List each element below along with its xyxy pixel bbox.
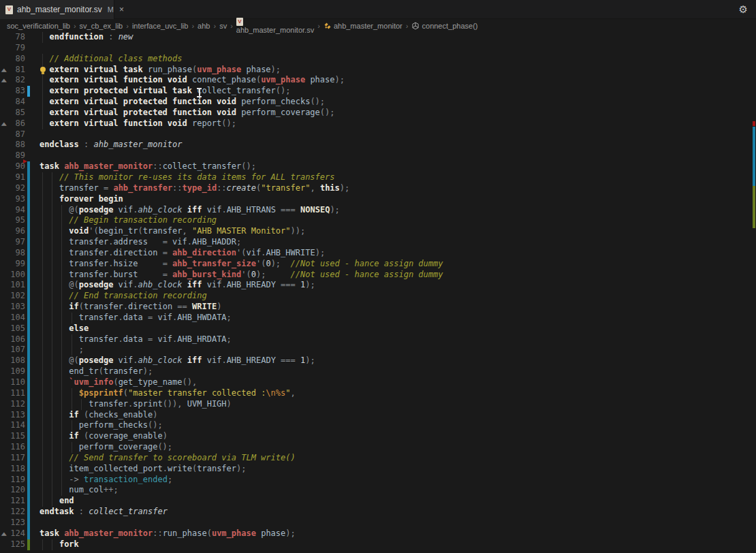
line-number[interactable]: 87 — [0, 129, 25, 140]
code-line-120[interactable]: 120 num_col++; — [0, 485, 756, 496]
code-line-104[interactable]: 104 transfer.data = vif.AHB_HWDATA; — [0, 313, 756, 323]
lightbulb-icon[interactable] — [40, 67, 46, 72]
code-line-100[interactable]: 100 transfer.burst = ahb_burst_kind'(0);… — [0, 270, 756, 281]
breadcrumb-item-interface-uvc-lib[interactable]: interface_uvc_lib — [132, 22, 189, 30]
code-line-79[interactable]: 79 — [0, 43, 756, 54]
code-line-116[interactable]: 116 perform_coverage(); — [0, 442, 756, 453]
code-line-107[interactable]: 107 ; — [0, 345, 756, 356]
code-line-114[interactable]: 114 perform_checks(); — [0, 420, 756, 431]
git-change-indicator[interactable] — [27, 86, 30, 97]
line-number[interactable]: 117 — [0, 453, 25, 464]
git-change-indicator[interactable] — [27, 215, 30, 226]
line-number[interactable]: 89 — [0, 151, 25, 161]
code-line-115[interactable]: 115 if (coverage_enable) — [0, 431, 756, 442]
git-deleted-indicator[interactable] — [23, 159, 27, 163]
git-change-indicator[interactable] — [27, 464, 30, 475]
code-line-84[interactable]: 84 extern virtual protected function voi… — [0, 97, 756, 108]
line-number[interactable]: 104 — [0, 313, 25, 323]
code-line-87[interactable]: 87 — [0, 129, 756, 140]
line-number[interactable]: 101 — [0, 280, 25, 291]
code-line-93[interactable]: 93 forever begin — [0, 194, 756, 205]
code-line-118[interactable]: 118 item_collected_port.write(transfer); — [0, 464, 756, 475]
git-change-indicator[interactable] — [27, 237, 30, 248]
code-line-83[interactable]: 83 extern protected virtual task collect… — [0, 86, 756, 97]
line-number[interactable]: 124 — [0, 528, 25, 539]
line-number[interactable]: 105 — [0, 323, 25, 334]
line-number[interactable]: 120 — [0, 485, 25, 496]
line-number[interactable]: 121 — [0, 496, 25, 507]
code-line-81[interactable]: ▲81 extern virtual task run_phase(uvm_ph… — [0, 65, 756, 76]
code-line-125[interactable]: 125 fork — [0, 539, 756, 550]
line-number[interactable]: 79 — [0, 43, 25, 54]
code-line-109[interactable]: 109 end_tr(transfer); — [0, 366, 756, 377]
line-number[interactable]: 111 — [0, 388, 25, 399]
line-number[interactable]: 123 — [0, 518, 25, 528]
git-change-indicator[interactable] — [27, 280, 30, 291]
line-number[interactable]: 80 — [0, 54, 25, 65]
code-line-96[interactable]: 96 void'(begin_tr(transfer, "AHB MASTER … — [0, 226, 756, 237]
line-number[interactable]: 114 — [0, 420, 25, 431]
git-change-indicator[interactable] — [27, 518, 30, 528]
code-line-112[interactable]: 112 transfer.sprint()), UVM_HIGH) — [0, 399, 756, 410]
breadcrumb-item-sv[interactable]: sv — [219, 22, 227, 30]
line-number[interactable]: 91 — [0, 172, 25, 183]
line-number[interactable]: 85 — [0, 108, 25, 118]
code-line-110[interactable]: 110 `uvm_info(get_type_name(), — [0, 377, 756, 388]
git-change-indicator[interactable] — [27, 345, 30, 356]
code-line-80[interactable]: 80 // Additional class methods — [0, 54, 756, 65]
code-line-92[interactable]: 92 transfer = ahb_transfer::type_id::cre… — [0, 183, 756, 194]
line-number[interactable]: 82 — [0, 75, 25, 86]
line-number[interactable]: 110 — [0, 377, 25, 388]
git-change-indicator[interactable] — [27, 194, 30, 205]
git-change-indicator[interactable] — [27, 291, 30, 302]
line-number[interactable]: 109 — [0, 366, 25, 377]
code-line-99[interactable]: 99 transfer.hsize = ahb_transfer_size'(0… — [0, 259, 756, 270]
git-change-indicator[interactable] — [27, 161, 30, 172]
code-line-106[interactable]: 106 transfer.data = vif.AHB_HRDATA; — [0, 334, 756, 345]
code-line-85[interactable]: 85 extern virtual protected function voi… — [0, 108, 756, 118]
close-tab-icon[interactable]: × — [119, 5, 124, 14]
git-change-indicator[interactable] — [27, 259, 30, 270]
line-number[interactable]: 81 — [0, 65, 25, 76]
line-number[interactable]: 118 — [0, 464, 25, 475]
code-line-82[interactable]: ▲82 extern virtual function void connect… — [0, 75, 756, 86]
code-line-89[interactable]: 89 — [0, 151, 756, 161]
git-change-indicator[interactable] — [27, 366, 30, 377]
code-line-123[interactable]: 123 — [0, 518, 756, 528]
line-number[interactable]: 115 — [0, 431, 25, 442]
line-number[interactable]: 125 — [0, 539, 25, 550]
line-number[interactable]: 103 — [0, 302, 25, 313]
line-number[interactable]: 90 — [0, 161, 25, 172]
git-change-indicator[interactable] — [27, 453, 30, 464]
code-line-113[interactable]: 113 if (checks_enable) — [0, 410, 756, 421]
code-line-105[interactable]: 105 else — [0, 323, 756, 334]
line-number[interactable]: 106 — [0, 334, 25, 345]
code-line-98[interactable]: 98 transfer.direction = ahb_direction'(v… — [0, 248, 756, 259]
line-number[interactable]: 112 — [0, 399, 25, 410]
git-change-indicator[interactable] — [27, 377, 30, 388]
line-number[interactable]: 94 — [0, 205, 25, 216]
line-number[interactable]: 92 — [0, 183, 25, 194]
code-line-95[interactable]: 95 // Begin transaction recording — [0, 215, 756, 226]
git-change-indicator[interactable] — [27, 485, 30, 496]
line-number[interactable]: 95 — [0, 215, 25, 226]
git-change-indicator[interactable] — [27, 475, 30, 486]
code-line-78[interactable]: 78 endfunction : new — [0, 32, 756, 43]
line-number[interactable]: 86 — [0, 118, 25, 129]
git-change-indicator[interactable] — [27, 226, 30, 237]
git-change-indicator[interactable] — [27, 539, 30, 550]
breadcrumb-item-ahb-master-monitor-sv[interactable]: V ahb_master_monitor.sv — [236, 18, 314, 34]
code-line-86[interactable]: ▲86 extern virtual function void report(… — [0, 118, 756, 129]
git-change-indicator[interactable] — [27, 528, 30, 539]
line-number[interactable]: 78 — [0, 32, 25, 43]
git-change-indicator[interactable] — [27, 388, 30, 399]
code-line-101[interactable]: 101 @(posedge vif.ahb_clock iff vif.AHB_… — [0, 280, 756, 291]
code-line-97[interactable]: 97 transfer.address = vif.AHB_HADDR; — [0, 237, 756, 248]
line-number[interactable]: 108 — [0, 356, 25, 366]
tab-ahb-master-monitor[interactable]: V ahb_master_monitor.sv M × — [0, 0, 114, 19]
git-change-indicator[interactable] — [27, 248, 30, 259]
code-line-88[interactable]: 88endclass : ahb_master_monitor — [0, 140, 756, 151]
line-number[interactable]: 102 — [0, 291, 25, 302]
code-line-91[interactable]: 91 // This monitor re-uses its data item… — [0, 172, 756, 183]
line-number[interactable]: 119 — [0, 475, 25, 486]
